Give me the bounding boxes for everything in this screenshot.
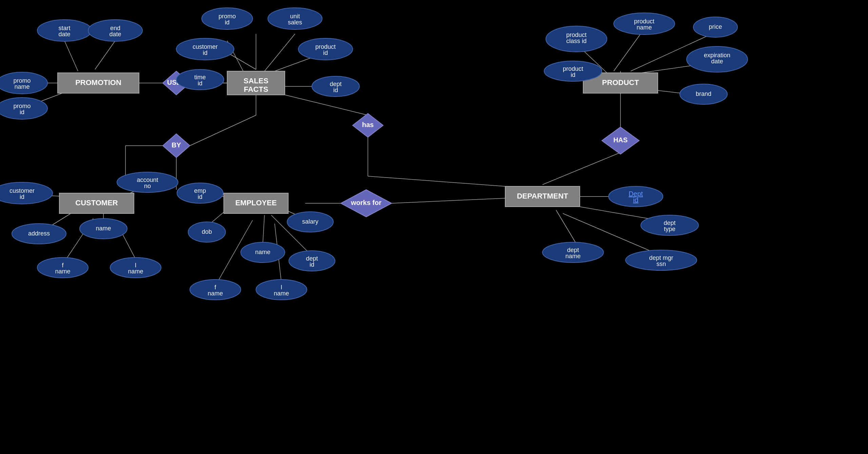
attr-promo-id-label2: id [20, 109, 24, 116]
attr-product-id-sf-label: product [315, 43, 336, 50]
attr-account-no-label: account [137, 177, 158, 183]
relation-works-for-label: works for [351, 199, 381, 206]
attr-brand-label: brand [696, 90, 711, 97]
attr-customer-lname-label: l [135, 262, 136, 269]
attr-product-name-label: product [634, 18, 654, 25]
attr-customer-name-label: name [96, 225, 111, 232]
attr-dept-name-label2: name [565, 253, 580, 260]
entity-customer-label: CUSTOMER [75, 199, 118, 207]
attr-dept-mgr-ssn-label: dept mgr [649, 254, 673, 261]
attr-emp-dept-id-label: dept [306, 255, 318, 262]
entity-sales-facts-label2: FACTS [244, 85, 268, 94]
attr-expiration-date-label: expiration [704, 52, 730, 59]
entity-department-label: DEPARTMENT [517, 192, 568, 200]
attr-emp-id-label: emp [194, 187, 206, 194]
attr-product-name-label2: name [636, 24, 652, 31]
attr-dept-type-label2: type [664, 226, 675, 232]
attr-end-date-label: end [110, 25, 120, 32]
relation-by-label: BY [172, 141, 181, 149]
entity-sales-facts-label: SALES [243, 77, 268, 85]
attr-sf-customer-id-label: customer [193, 43, 218, 50]
svg-line-1 [64, 41, 78, 71]
attr-dob-label: dob [202, 228, 212, 235]
attr-time-id-label: time [194, 74, 206, 81]
attr-unit-sales-label2: sales [288, 19, 302, 26]
attr-emp-id-label2: id [198, 193, 202, 200]
attr-sf-promo-id-label: promo [218, 13, 236, 20]
attr-emp-lname-label2: name [274, 290, 289, 297]
svg-line-20 [368, 176, 505, 186]
attr-promo-name-label2: name [14, 83, 29, 90]
entity-employee-label: EMPLOYEE [235, 199, 277, 207]
attr-customer-fname-label2: name [55, 268, 70, 275]
attr-sf-customer-id-label2: id [203, 49, 208, 56]
svg-line-38 [263, 215, 264, 244]
attr-customer-lname-label2: name [128, 268, 143, 275]
attr-end-date-label2: date [109, 31, 121, 38]
entity-product-label: PRODUCT [602, 78, 639, 87]
attr-account-no-label2: no [144, 183, 151, 189]
entity-promotion-label: PROMOTION [75, 78, 121, 87]
attr-dept-id-sf-label2: id [333, 87, 338, 94]
attr-product-id-sf-label2: id [323, 49, 328, 56]
attr-product-id-label: product [563, 65, 583, 72]
svg-line-17 [190, 115, 256, 146]
attr-start-date-label2: date [58, 31, 70, 38]
attr-dept-id-dept-label2: id [633, 196, 638, 204]
attr-customer-id-label2: id [20, 193, 24, 200]
attr-start-date-label: start [58, 25, 70, 32]
attr-promo-name-label: promo [13, 77, 31, 84]
attr-dept-type-label: dept [664, 220, 675, 226]
attr-dept-name-label: dept [567, 247, 579, 253]
attr-emp-fname-label2: name [208, 290, 223, 297]
svg-line-21 [542, 152, 620, 185]
attr-promo-id-label: promo [13, 103, 31, 109]
svg-line-18 [285, 95, 368, 115]
attr-address-label: address [28, 230, 50, 237]
attr-time-id-label2: id [198, 80, 202, 87]
svg-line-24 [614, 29, 644, 71]
attr-emp-lname-label: l [281, 284, 282, 291]
attr-emp-name-label: name [255, 249, 270, 255]
attr-unit-sales-label: unit [290, 13, 300, 20]
relation-has-big-label: HAS [613, 136, 628, 144]
attr-salary-label: salary [302, 218, 318, 225]
attr-price-label: price [709, 23, 722, 30]
attr-dept-mgr-ssn-label2: ssn [656, 261, 666, 267]
svg-line-8 [227, 53, 256, 69]
attr-expiration-date-label2: date [711, 58, 723, 65]
attr-customer-id-label: customer [9, 187, 35, 194]
svg-line-43 [392, 198, 505, 203]
attr-product-class-id-label: product [566, 32, 587, 38]
attr-sf-promo-id-label2: id [225, 19, 230, 26]
attr-product-id-label2: id [571, 71, 575, 78]
attr-dept-id-sf-label: dept [330, 81, 341, 87]
attr-product-class-id-label2: class id [566, 38, 587, 44]
svg-line-2 [95, 41, 115, 69]
attr-emp-dept-id-label2: id [310, 261, 314, 268]
relation-has-small-label: has [362, 121, 374, 128]
